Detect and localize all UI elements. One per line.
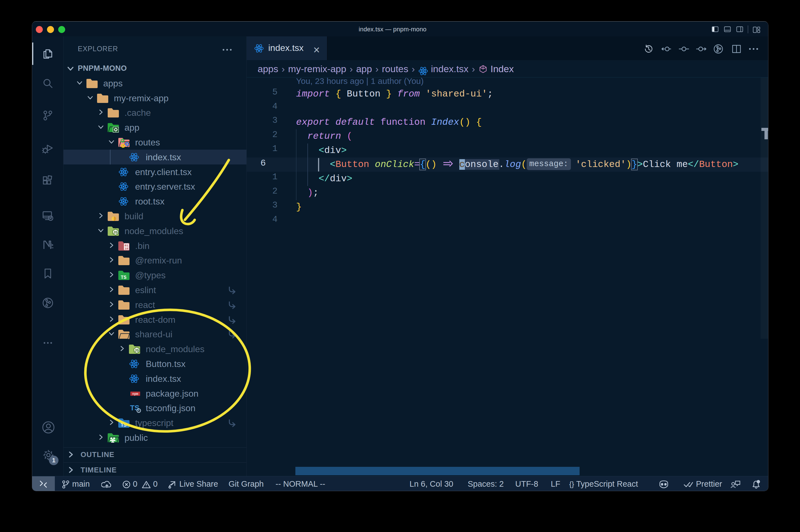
svg-text:10: 10 bbox=[125, 247, 128, 250]
svg-text:TS: TS bbox=[121, 423, 127, 428]
svg-text:JS: JS bbox=[113, 230, 118, 234]
svg-text:JS: JS bbox=[135, 348, 139, 353]
svg-text:npm: npm bbox=[132, 392, 138, 396]
svg-text:TS: TS bbox=[121, 275, 127, 280]
svg-text:TS: TS bbox=[130, 404, 139, 412]
